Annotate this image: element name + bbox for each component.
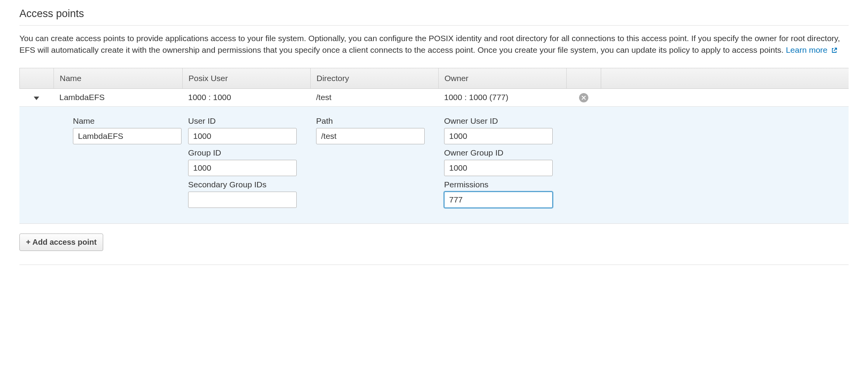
row-owner: 1000 : 1000 (777) bbox=[438, 89, 566, 106]
permissions-label: Permissions bbox=[444, 180, 566, 189]
learn-more-link[interactable]: Learn more bbox=[786, 45, 837, 54]
col-remove bbox=[566, 68, 601, 88]
expand-toggle[interactable] bbox=[19, 89, 54, 106]
learn-more-label: Learn more bbox=[786, 45, 827, 54]
table-header-row: Name Posix User Directory Owner bbox=[19, 68, 849, 89]
group-id-label: Group ID bbox=[188, 148, 310, 157]
owner-gid-input[interactable] bbox=[444, 160, 553, 176]
description-text: You can create access points to provide … bbox=[19, 34, 840, 54]
remove-row-button[interactable] bbox=[579, 93, 588, 102]
external-link-icon bbox=[831, 45, 837, 57]
user-id-label: User ID bbox=[188, 116, 310, 126]
add-access-point-button[interactable]: + Add access point bbox=[19, 234, 103, 251]
section-description: You can create access points to provide … bbox=[19, 33, 849, 57]
owner-uid-label: Owner User ID bbox=[444, 116, 566, 126]
access-points-table: Name Posix User Directory Owner LambdaEF… bbox=[19, 68, 849, 224]
table-row: LambdaEFS 1000 : 1000 /test 1000 : 1000 … bbox=[19, 89, 849, 107]
secondary-gids-input[interactable] bbox=[188, 192, 297, 208]
col-expand bbox=[19, 68, 54, 88]
col-name: Name bbox=[54, 68, 182, 88]
group-id-input[interactable] bbox=[188, 160, 297, 176]
path-input[interactable] bbox=[316, 128, 425, 144]
col-directory: Directory bbox=[310, 68, 438, 88]
row-remove-cell bbox=[566, 89, 601, 106]
user-id-input[interactable] bbox=[188, 128, 297, 144]
details-col-name: Name bbox=[59, 116, 188, 212]
row-name: LambdaEFS bbox=[54, 89, 182, 106]
caret-down-icon bbox=[34, 97, 39, 100]
secondary-gids-label: Secondary Group IDs bbox=[188, 180, 310, 189]
name-input[interactable] bbox=[73, 128, 182, 144]
details-col-owner: Owner User ID Owner Group ID Permissions bbox=[444, 116, 572, 212]
col-owner: Owner bbox=[438, 68, 566, 88]
owner-gid-label: Owner Group ID bbox=[444, 148, 566, 157]
col-posix-user: Posix User bbox=[182, 68, 310, 88]
details-col-directory: Path bbox=[316, 116, 444, 212]
row-posix-user: 1000 : 1000 bbox=[182, 89, 310, 106]
permissions-input[interactable] bbox=[444, 192, 553, 208]
row-directory: /test bbox=[310, 89, 438, 106]
section-title: Access points bbox=[19, 8, 849, 26]
owner-uid-input[interactable] bbox=[444, 128, 553, 144]
bottom-divider bbox=[19, 265, 849, 265]
path-label: Path bbox=[316, 116, 438, 126]
name-label: Name bbox=[73, 116, 182, 126]
row-details-panel: Name User ID Group ID Secondary Group ID… bbox=[19, 107, 849, 224]
details-col-posix: User ID Group ID Secondary Group IDs bbox=[188, 116, 316, 212]
close-icon bbox=[581, 95, 586, 100]
